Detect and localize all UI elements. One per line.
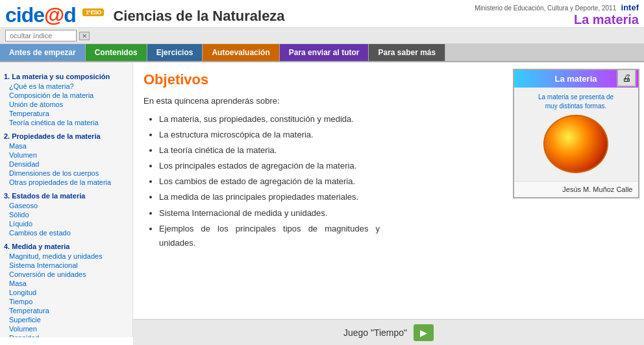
content-title: Objetivos (143, 71, 497, 88)
sidebar-item[interactable]: Líquido (4, 219, 129, 228)
bullet-list: La materia, sus propiedades, constitució… (143, 112, 497, 250)
top-bar: cide@d 1º ESO Ciencias de la Naturaleza … (0, 0, 644, 28)
tab-antes-de-empezar[interactable]: Antes de empezar (0, 44, 86, 61)
card-caption: La materia se presenta de muy distintas … (538, 93, 613, 111)
ministry-text: Ministerio de Educación, Cultura y Depor… (475, 5, 616, 12)
card-image (543, 115, 608, 173)
intro-text: En esta quincena aprenderás sobre: (143, 96, 497, 106)
sidebar-section-title: 3. Estados de la materia (4, 192, 129, 200)
sidebar-item[interactable]: Masa (4, 279, 129, 288)
tab-para-saber-más[interactable]: Para saber más (369, 44, 445, 61)
sidebar-item[interactable]: Composición de la materia (4, 91, 129, 100)
sidebar-item[interactable]: Longitud (4, 288, 129, 297)
list-item: La medida de las principales propiedades… (159, 190, 380, 204)
logo-area: cide@d 1º ESO Ciencias de la Naturaleza (5, 3, 285, 27)
search-input[interactable] (5, 30, 77, 42)
list-item: La estructura microscópica de la materia… (159, 128, 380, 142)
sidebar-item[interactable]: Conversión de unidades (4, 270, 129, 279)
page-title-header: La materia (475, 12, 639, 27)
play-button[interactable]: ▶ (414, 324, 434, 341)
sidebar-item[interactable]: Densidad (4, 333, 129, 337)
sidebar-item[interactable]: Sistema Internacional (4, 261, 129, 270)
list-item: La teoría cinética de la materia. (159, 143, 380, 158)
card-author: Jesús M. Muñoz Calle (514, 181, 638, 197)
right-panel: La materia La materia se presenta de muy… (508, 62, 644, 337)
subject-title: Ciencias de la Naturaleza (113, 8, 284, 27)
sidebar-item[interactable]: Teoría cinética de la materia (4, 118, 129, 127)
bottom-bar: Juego "Tiempo" ▶ (133, 319, 644, 345)
sidebar-item[interactable]: Dimensiones de los cuerpos (4, 169, 129, 178)
sidebar-item[interactable]: ¿Qué es la materia? (4, 82, 129, 91)
sidebar-section-title: 1. La materia y su composición (4, 73, 129, 80)
content-area: Objetivos En esta quincena aprenderás so… (133, 62, 508, 337)
sidebar-item[interactable]: Magnitud, medida y unidades (4, 252, 129, 261)
list-item: Los principales estados de agregación de… (159, 159, 380, 173)
nav-tabs: Antes de empezarContenidosEjerciciosAuto… (0, 44, 644, 62)
right-header: Ministerio de Educación, Cultura y Depor… (475, 3, 639, 27)
sidebar-section-title: 4. Medida y materia (4, 243, 129, 250)
sidebar-section-title: 2. Propiedades de la materia (4, 132, 129, 140)
sidebar: 1. La materia y su composición¿Qué es la… (0, 62, 133, 337)
sidebar-item[interactable]: Tiempo (4, 297, 129, 306)
sidebar-item[interactable]: Gaseoso (4, 201, 129, 210)
print-button[interactable]: 🖨 (617, 69, 636, 87)
sidebar-item[interactable]: Temperatura (4, 109, 129, 118)
sidebar-item[interactable]: Cambios de estado (4, 228, 129, 237)
tab-autoevaluación[interactable]: Autoevaluación (203, 44, 279, 61)
list-item: La materia, sus propiedades, constitució… (159, 112, 380, 126)
sidebar-item[interactable]: Masa (4, 141, 129, 150)
intef-badge: intef (621, 3, 639, 12)
logo-badge: 1º ESO (82, 8, 105, 16)
search-bar: ✕ (0, 28, 644, 44)
logo: cide@d 1º ESO (5, 3, 104, 27)
sidebar-item[interactable]: Superficie (4, 315, 129, 324)
sidebar-item[interactable]: Sólido (4, 210, 129, 219)
sidebar-item[interactable]: Otras propiedades de la materia (4, 178, 129, 187)
main-layout: 1. La materia y su composición¿Qué es la… (0, 62, 644, 337)
list-item: Ejemplos de los principales tipos de mag… (159, 222, 380, 250)
sidebar-item[interactable]: Unión de átomos (4, 100, 129, 109)
tab-contenidos[interactable]: Contenidos (86, 44, 147, 61)
tab-para-enviar-al-tutor[interactable]: Para enviar al tutor (280, 44, 369, 61)
sidebar-item[interactable]: Temperatura (4, 306, 129, 315)
card-image-area: La materia se presenta de muy distintas … (514, 88, 638, 181)
list-item: Los cambios de estado de agregación de l… (159, 174, 380, 189)
card-box: La materia La materia se presenta de muy… (513, 69, 639, 198)
tab-ejercicios[interactable]: Ejercicios (147, 44, 203, 61)
list-item: Sistema Internacional de medida y unidad… (159, 206, 380, 220)
sidebar-item[interactable]: Volumen (4, 324, 129, 333)
content-wrapper: 🖨 Objetivos En esta quincena aprenderás … (133, 62, 644, 337)
game-label: Juego "Tiempo" (343, 327, 407, 338)
sidebar-item[interactable]: Densidad (4, 160, 129, 169)
close-icon[interactable]: ✕ (79, 32, 90, 40)
sidebar-item[interactable]: Volumen (4, 150, 129, 160)
